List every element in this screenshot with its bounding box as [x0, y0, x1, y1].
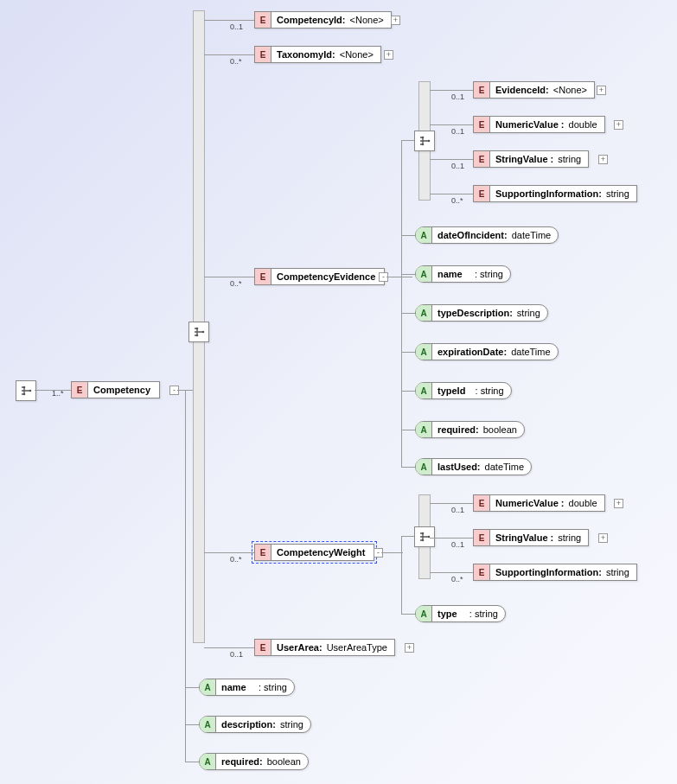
svg-point-3 — [202, 331, 205, 334]
element-w-support[interactable]: E SupportingInformation: string — [473, 564, 637, 581]
element-competency-weight[interactable]: E CompetencyWeight — [254, 544, 374, 561]
sequence-icon — [16, 380, 36, 401]
element-evidence-id[interactable]: E EvidenceId: <None> — [473, 81, 595, 99]
attr-description[interactable]: A description: string — [199, 716, 311, 733]
sequence-icon — [414, 526, 435, 547]
svg-point-1 — [23, 386, 26, 389]
attr-expiration-date[interactable]: A expirationDate: dateTime — [415, 343, 559, 360]
attr-w-type[interactable]: A type : string — [415, 605, 506, 622]
svg-point-4 — [196, 328, 199, 330]
expand-icon[interactable]: + — [614, 120, 623, 130]
element-numeric-value[interactable]: E NumericValue : double — [473, 116, 605, 133]
label-competency: Competency — [93, 385, 150, 395]
card: 0..* — [230, 57, 242, 66]
attr-ev-name[interactable]: A name : string — [415, 265, 511, 283]
expand-icon[interactable]: + — [614, 499, 623, 508]
attr-name[interactable]: A name : string — [199, 679, 295, 696]
svg-point-10 — [422, 532, 425, 535]
expand-icon[interactable]: + — [597, 86, 606, 95]
attr-required[interactable]: A required: boolean — [199, 753, 309, 770]
attr-last-used[interactable]: A lastUsed: dateTime — [415, 458, 532, 475]
expand-icon[interactable]: + — [598, 533, 608, 543]
element-competency[interactable]: E Competency — [71, 381, 160, 398]
sequence-icon — [188, 322, 209, 342]
svg-point-7 — [422, 137, 425, 139]
attr-type-id[interactable]: A typeId : string — [415, 382, 512, 399]
element-taxonomy-id[interactable]: E TaxonomyId: <None> — [254, 46, 381, 63]
card: 0..* — [230, 279, 242, 288]
attr-date-of-incident[interactable]: A dateOfIncident: dateTime — [415, 226, 559, 244]
svg-point-11 — [422, 539, 425, 542]
element-competency-evidence[interactable]: E CompetencyEvidence — [254, 268, 385, 285]
svg-point-8 — [422, 143, 425, 146]
expand-icon[interactable]: + — [391, 16, 400, 25]
element-badge: E — [72, 382, 88, 398]
sequence-icon — [414, 131, 435, 151]
svg-point-0 — [29, 390, 32, 392]
card: 0..1 — [230, 22, 243, 31]
expand-icon[interactable]: + — [598, 155, 608, 164]
element-user-area[interactable]: E UserArea: UserAreaType — [254, 639, 395, 656]
element-string-value[interactable]: E StringValue : string — [473, 150, 589, 168]
element-w-numeric[interactable]: E NumericValue : double — [473, 494, 605, 512]
expand-icon[interactable]: + — [384, 50, 393, 60]
svg-point-2 — [23, 393, 26, 396]
attr-type-description[interactable]: A typeDescription: string — [415, 304, 548, 322]
attr-ev-required[interactable]: A required: boolean — [415, 421, 525, 438]
expand-icon[interactable]: + — [405, 643, 414, 653]
svg-point-5 — [196, 335, 199, 337]
svg-point-6 — [428, 140, 431, 143]
element-supporting-info[interactable]: E SupportingInformation: string — [473, 185, 637, 202]
element-competency-id[interactable]: E CompetencyId: <None> — [254, 11, 392, 29]
element-w-string[interactable]: E StringValue : string — [473, 529, 589, 546]
